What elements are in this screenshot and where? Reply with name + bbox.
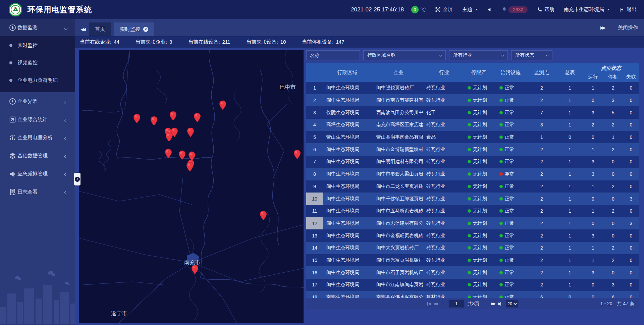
table-row[interactable]: 11 阆中生态环境局 阆中市五马桥页岩机砖 砖瓦行业 无计划 正常 2 1 1 … <box>306 205 639 217</box>
sidebar-item-company-statistics[interactable]: 企业综合统计 <box>0 110 75 128</box>
next-page-button[interactable]: ▶▶ <box>491 302 495 306</box>
first-page-button[interactable]: ◀ <box>427 302 430 306</box>
stop-limit-dot <box>468 172 471 176</box>
table-row[interactable]: 3 仪陇生态环境局 西南油气田分公司川中 化工 无计划 正常 7 1 3 5 0 <box>306 106 639 119</box>
stop-limit-dot <box>468 295 471 298</box>
map-city-label: 南充市 <box>184 259 200 266</box>
filter-bar: 行政区域名称 所有行业 所有状态 <box>306 50 639 60</box>
chevron-left-icon <box>64 191 68 194</box>
treatment-dot <box>499 148 503 151</box>
last-page-button[interactable]: ▶ <box>498 302 501 306</box>
table-row[interactable]: 9 阆中生态环境局 阆中市二龙长宝页岩砖 砖瓦行业 无计划 正常 2 1 1 2… <box>306 180 639 193</box>
notifications[interactable]: 2632 <box>502 6 528 13</box>
sidebar-item-realtime-monitor[interactable]: 实时监控 <box>0 37 75 54</box>
map-city-label: 遂宁市 <box>111 310 127 317</box>
col-header-treatment: 治污设施 <box>495 63 527 82</box>
close-operations-button[interactable]: 关闭操作 <box>618 24 638 31</box>
table-row[interactable]: 4 高坪生态环境局 南充市高坪区王家店建 砖瓦行业 无计划 正常 3 1 2 2… <box>306 119 639 131</box>
table-row[interactable]: 16 阆中生态环境局 阆中市石子页岩机砖厂 砖瓦行业 无计划 正常 2 1 3 … <box>306 266 639 279</box>
table-row[interactable]: 18 南部生态环境局 南部县双佛水泥有限公 建材行业 无计划 正常 6 0 0 … <box>306 291 639 298</box>
header: 环保用电监管系统 2021-02-25 17:46:18 0 ℃ 全屏 主题 <box>0 0 644 19</box>
stop-limit-dot <box>468 283 471 286</box>
bullet-icon <box>9 61 12 64</box>
col-header-points: 监测点 <box>527 63 557 82</box>
app-logo-icon <box>9 3 22 16</box>
page-number-input[interactable] <box>449 300 464 308</box>
table-row[interactable]: 17 阆中生态环境局 阆中市江南镇阆南页岩 砖瓦行业 无计划 正常 2 1 0 … <box>306 279 639 291</box>
map-pin-icon[interactable] <box>169 111 177 121</box>
statistics-icon <box>9 116 16 123</box>
sound-toggle[interactable] <box>487 7 492 12</box>
table-header: 行政区域 企业 行业 停限产 治污设施 监测点 总表 点位状态 运行 停机 失联 <box>306 63 639 82</box>
name-filter-input[interactable] <box>306 50 360 60</box>
map-pin-icon[interactable] <box>187 127 194 138</box>
region-filter-select[interactable]: 行政区域名称 <box>363 50 446 60</box>
pagination-bar: ◀ ◀◀ 共3页 ▶▶ ▶ 20 1 - 20 共 47 条 <box>306 298 639 309</box>
table-row[interactable]: 15 阆中生态环境局 阆中市光富页岩机砖厂 砖瓦行业 无计划 正常 2 1 1 … <box>306 254 639 267</box>
map-pin-icon[interactable] <box>260 211 267 221</box>
table-row[interactable]: 13 阆中生态环境局 阆中市金福旺页岩机砖 砖瓦行业 无计划 正常 2 1 3 … <box>306 229 639 242</box>
map-pin-icon[interactable] <box>150 116 158 126</box>
industry-filter-select[interactable]: 所有行业 <box>449 50 508 60</box>
table-row[interactable]: 6 阆中生态环境局 阆中市金博瑞新型墙材 砖瓦行业 无计划 正常 2 1 1 2… <box>306 143 639 156</box>
chevron-down-icon <box>475 9 478 10</box>
map-panel[interactable]: 巴中市 南充市 遂宁市 <box>79 50 304 323</box>
help-button[interactable]: 帮助 <box>537 6 554 13</box>
table-row[interactable]: 14 阆中生态环境局 阆中大兴页岩机砖厂 砖瓦行业 无计划 正常 2 1 1 2… <box>306 242 639 254</box>
status-filter-select[interactable]: 所有状态 <box>511 50 552 60</box>
stop-limit-dot <box>468 271 471 274</box>
table-row[interactable]: 1 阆中生态环境局 阆中强锐页岩砖厂 砖瓦行业 无计划 正常 2 1 1 2 0 <box>306 82 639 94</box>
treatment-dot <box>499 271 503 274</box>
table-row[interactable]: 2 阆中生态环境局 阆中市南方节能建材有 砖瓦行业 无计划 正常 2 1 0 3… <box>306 94 639 107</box>
table-panel: 行政区域名称 所有行业 所有状态 行政区域 <box>306 50 639 309</box>
col-header-stop: 停机 <box>603 72 623 82</box>
close-tab-icon[interactable]: × <box>143 27 148 32</box>
sidebar-item-data-monitor[interactable]: 数据监测 <box>0 19 75 36</box>
map-pin-icon[interactable] <box>133 114 141 124</box>
map-pin-icon[interactable] <box>165 149 172 159</box>
table-row[interactable]: 7 阆中生态环境局 阆中明阳建材有限公司 砖瓦行业 无计划 正常 2 1 3 0… <box>306 156 639 168</box>
map-pin-icon[interactable] <box>186 162 194 172</box>
col-header-district: 行政区域 <box>323 63 372 82</box>
sidebar-item-emergency-reduction[interactable]: 应急减排管理 <box>0 165 75 183</box>
treatment-dot <box>499 283 503 286</box>
map-pin-icon[interactable] <box>194 113 201 123</box>
sidebar-item-log-view[interactable]: 日志查看 <box>0 183 75 201</box>
sidebar-collapse-button[interactable] <box>74 173 80 185</box>
stop-limit-dot <box>468 234 471 237</box>
sidebar-item-power-load-detail[interactable]: 企业电力负荷明细 <box>0 71 75 89</box>
stats-bar: 当前在线企业:44 当前失联企业:3 当前在线设备:211 当前失联设备:10 … <box>75 36 644 48</box>
stop-limit-dot <box>468 86 471 90</box>
map-pin-icon[interactable] <box>293 149 301 159</box>
chevron-left-icon <box>76 178 78 180</box>
sidebar-item-video-monitor[interactable]: 视频监控 <box>0 54 75 71</box>
stop-limit-dot <box>468 246 471 250</box>
theme-dropdown[interactable]: 主题 <box>462 6 478 13</box>
tab-home[interactable]: 首页 <box>89 22 111 36</box>
tabs-scroll-left-button[interactable]: ◀◀ <box>80 27 86 32</box>
tabs-scroll-right-button[interactable]: ▶▶ <box>600 25 606 30</box>
fullscreen-button[interactable]: 全屏 <box>435 6 453 13</box>
table-row[interactable]: 8 阆中生态环境局 阆中市枣碧大梁山页岩 砖瓦行业 无计划 异常 2 1 3 0… <box>306 168 639 180</box>
prev-page-button[interactable]: ◀◀ <box>433 302 437 306</box>
col-header-company: 企业 <box>372 63 425 82</box>
table-row[interactable]: 10 阆中生态环境局 阆中千佛镇五郎垭页岩 砖瓦行业 无计划 正常 2 1 0 … <box>306 193 639 205</box>
org-dropdown[interactable]: 南充市生态环境局 <box>564 6 610 13</box>
tab-realtime-monitor[interactable]: 实时监控 × <box>114 22 154 36</box>
sidebar-item-company-abnormal[interactable]: 企业异常 <box>0 92 75 110</box>
table-row[interactable]: 5 营山生态环境局 营山县润丰肉食品有限 食品 无计划 正常 1 0 0 1 0 <box>306 131 639 144</box>
table-row[interactable]: 12 阆中生态环境局 阆中市忠信建材有限公 砖瓦行业 无计划 正常 2 1 0 … <box>306 217 639 230</box>
total-pages-label: 共3页 <box>468 301 480 307</box>
sidebar-item-base-data[interactable]: 基础数据管理 <box>0 147 75 165</box>
col-header-industry: 行业 <box>425 63 463 82</box>
logout-button[interactable]: 退出 <box>619 6 637 13</box>
page-size-select[interactable]: 20 <box>506 300 518 308</box>
map-pin-icon[interactable] <box>178 150 186 160</box>
fullscreen-icon <box>435 7 440 12</box>
map-pin-icon[interactable] <box>165 132 173 142</box>
treatment-dot <box>499 246 503 250</box>
treatment-dot <box>499 185 503 188</box>
map-pin-icon[interactable] <box>219 100 226 110</box>
treatment-dot <box>499 172 503 176</box>
sidebar-item-power-analysis[interactable]: 企业用电量分析 <box>0 128 75 147</box>
